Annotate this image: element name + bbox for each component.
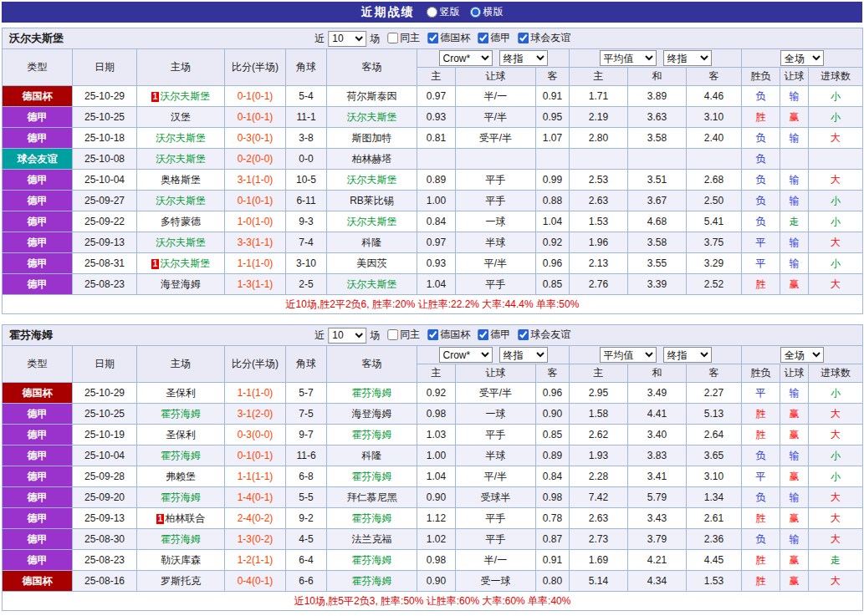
- team-link[interactable]: 沃尔夫斯堡: [347, 278, 397, 290]
- filter-option[interactable]: 同主: [387, 328, 420, 342]
- scope-select[interactable]: 全场: [780, 50, 824, 66]
- filter-option[interactable]: 德甲: [478, 328, 510, 342]
- team-link[interactable]: 汉堡: [171, 111, 191, 123]
- team-link[interactable]: 沃尔夫斯堡: [160, 257, 210, 269]
- euro-away-odds-cell: 2.68: [687, 170, 742, 191]
- team-link[interactable]: 霍芬海姆: [352, 575, 392, 587]
- team-link[interactable]: 沃尔夫斯堡: [347, 174, 397, 186]
- euro-away-odds-cell: 5.41: [687, 211, 742, 232]
- asia-handicap-cell: 一球: [456, 404, 536, 425]
- filter-option[interactable]: 德国杯: [427, 328, 470, 342]
- filter-controls: 近 10 场 同主德国杯德甲球会友谊: [314, 328, 570, 344]
- team-link[interactable]: 霍芬海姆: [352, 387, 392, 399]
- team-link[interactable]: 沃尔夫斯堡: [347, 216, 397, 227]
- filter-checkbox[interactable]: [478, 33, 488, 43]
- filter-checkbox[interactable]: [427, 33, 438, 43]
- team-header-row: 霍芬海姆 近 10 场 同主德国杯德甲球会友谊: [3, 325, 863, 346]
- team-link[interactable]: 勒沃库森: [161, 554, 201, 566]
- team-link[interactable]: 霍芬海姆: [161, 491, 201, 503]
- team-link[interactable]: 圣保利: [166, 387, 196, 399]
- handicap-result-cell: 赢: [780, 571, 809, 592]
- asia-time-select[interactable]: 终指: [499, 347, 548, 363]
- team-link[interactable]: 弗赖堡: [166, 471, 196, 482]
- result-scope-header: 全场: [742, 49, 863, 68]
- corner-cell: 6-8: [286, 466, 327, 487]
- asia-away-odds-cell: 0.80: [536, 571, 570, 592]
- view-option-vertical[interactable]: 竖版: [427, 5, 460, 19]
- team-link[interactable]: 霍芬海姆: [352, 429, 392, 440]
- team-link[interactable]: 沃尔夫斯堡: [156, 195, 206, 206]
- team-link[interactable]: 法兰克福: [352, 533, 392, 545]
- filter-option[interactable]: 德甲: [478, 31, 510, 45]
- team-link[interactable]: 斯图加特: [352, 132, 392, 144]
- filter-option[interactable]: 同主: [387, 31, 420, 45]
- result-cell: 负: [742, 445, 780, 466]
- team-link[interactable]: 科隆: [362, 450, 382, 461]
- away-team-cell: RB莱比锡: [327, 191, 417, 211]
- asia-time-select[interactable]: 终指: [499, 50, 548, 66]
- team-link[interactable]: 霍芬海姆: [161, 408, 201, 420]
- euro-away-odds-cell: 1.53: [687, 571, 742, 592]
- result-cell: 胜: [742, 571, 780, 592]
- team-link[interactable]: 霍芬海姆: [352, 471, 392, 482]
- team-header-row: 沃尔夫斯堡 近 10 场 同主德国杯德甲球会友谊: [3, 28, 863, 49]
- euro-home-odds-cell: 2.13: [570, 253, 628, 274]
- team-link[interactable]: 多特蒙德: [161, 216, 201, 227]
- filter-option[interactable]: 球会友谊: [518, 328, 570, 342]
- team-link[interactable]: 沃尔夫斯堡: [156, 237, 206, 248]
- team-link[interactable]: 霍芬海姆: [161, 533, 201, 545]
- euro-away-odds-cell: 2.64: [687, 425, 742, 445]
- team-link[interactable]: 霍芬海姆: [352, 554, 392, 566]
- filter-checkbox[interactable]: [478, 329, 488, 340]
- europe-time-select[interactable]: 终指: [663, 347, 712, 363]
- europe-time-select[interactable]: 终指: [663, 50, 712, 66]
- team-link[interactable]: 沃尔夫斯堡: [156, 153, 206, 165]
- euro-home-odds-cell: [570, 149, 628, 170]
- euro-away-odds-cell: 5.13: [687, 404, 742, 425]
- team-link[interactable]: 科隆: [362, 237, 382, 248]
- score-cell: 1-1(1-0): [225, 383, 286, 404]
- asia-away-odds-cell: [536, 149, 570, 170]
- league-cell: 德甲: [3, 487, 73, 508]
- filter-checkbox[interactable]: [427, 329, 438, 340]
- team-link[interactable]: 柏林赫塔: [352, 153, 392, 165]
- filter-checkbox[interactable]: [518, 329, 529, 340]
- corner-cell: 3-10: [286, 253, 327, 274]
- asia-company-select[interactable]: Crow*: [439, 50, 493, 66]
- match-count-select[interactable]: 10: [328, 31, 366, 47]
- team-link[interactable]: 荷尔斯泰因: [347, 90, 397, 102]
- team-link[interactable]: 美因茨: [357, 257, 387, 269]
- team-link[interactable]: RB莱比锡: [350, 195, 394, 206]
- europe-company-select[interactable]: 平均值: [600, 50, 657, 66]
- filter-option-label: 同主: [400, 328, 420, 342]
- team-link[interactable]: 沃尔夫斯堡: [347, 111, 397, 123]
- team-link[interactable]: 沃尔夫斯堡: [156, 132, 206, 144]
- league-cell: 德甲: [3, 550, 73, 571]
- team-link[interactable]: 拜仁慕尼黑: [347, 491, 397, 503]
- horizontal-radio[interactable]: [470, 7, 481, 18]
- team-link[interactable]: 柏林联合: [165, 512, 205, 524]
- team-link[interactable]: 霍芬海姆: [161, 450, 201, 461]
- team-link[interactable]: 圣保利: [166, 429, 196, 440]
- filter-checkbox[interactable]: [387, 33, 398, 43]
- vertical-radio[interactable]: [427, 7, 437, 18]
- scope-select[interactable]: 全场: [780, 347, 824, 363]
- match-count-select[interactable]: 10: [328, 328, 366, 344]
- team-link[interactable]: 奥格斯堡: [161, 174, 201, 186]
- filter-checkbox[interactable]: [518, 33, 529, 43]
- team-link[interactable]: 海登海姆: [352, 408, 392, 420]
- team-link[interactable]: 霍芬海姆: [352, 512, 392, 524]
- view-option-horizontal[interactable]: 横版: [470, 5, 504, 19]
- team-link[interactable]: 海登海姆: [161, 278, 201, 290]
- asia-home-odds-cell: 1.03: [417, 425, 456, 445]
- filter-checkbox[interactable]: [387, 329, 398, 340]
- asia-away-odds-cell: 0.91: [536, 550, 570, 571]
- filter-option[interactable]: 球会友谊: [518, 31, 570, 45]
- date-cell: 25-08-16: [73, 571, 137, 592]
- handicap-result-cell: 赢: [780, 107, 809, 128]
- europe-company-select[interactable]: 平均值: [600, 347, 657, 363]
- team-link[interactable]: 罗斯托克: [161, 575, 201, 587]
- filter-option[interactable]: 德国杯: [427, 31, 470, 45]
- asia-company-select[interactable]: Crow*: [439, 347, 493, 363]
- team-link[interactable]: 沃尔夫斯堡: [160, 90, 210, 102]
